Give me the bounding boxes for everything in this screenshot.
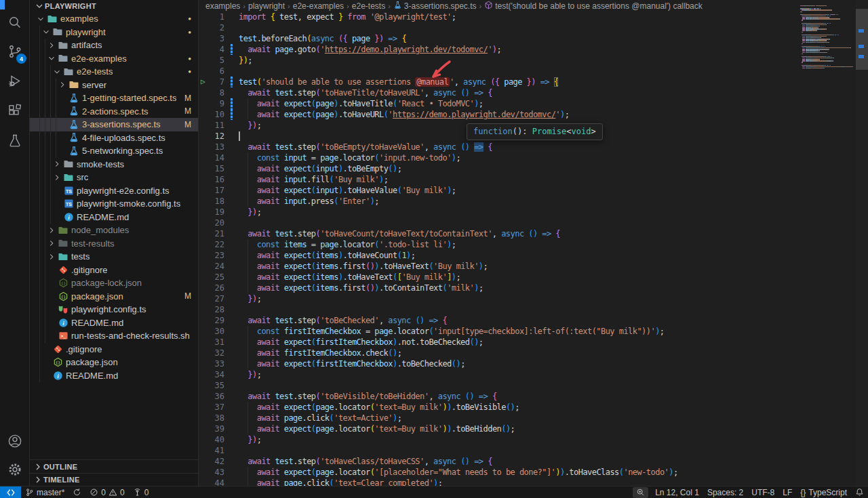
code-line[interactable]: 37 await expect(page.locator('text=Buy m… bbox=[199, 402, 868, 413]
code-line[interactable]: 25 await expect(items).toHaveText(['Buy … bbox=[199, 272, 868, 283]
breadcrumb-item[interactable]: examples bbox=[205, 1, 240, 11]
code-line[interactable]: 22 const items = page.locator('.todo-lis… bbox=[199, 239, 868, 250]
language-mode[interactable]: {}TypeScript bbox=[796, 486, 851, 498]
tree-item[interactable]: >_run-tests-and-check-results.sh bbox=[30, 329, 198, 343]
zoom-indicator[interactable] bbox=[633, 487, 648, 498]
tree-item[interactable]: examples● bbox=[30, 12, 198, 26]
code-line[interactable]: 32 await firstItemCheckbox.check(); bbox=[199, 348, 868, 358]
code-line[interactable]: 26 await expect(items.first()).toContain… bbox=[199, 283, 868, 293]
code-line[interactable]: 14 const input = page.locator('input.new… bbox=[199, 152, 868, 163]
scrollbar-thumb[interactable] bbox=[856, 9, 868, 70]
tree-item[interactable]: tests bbox=[30, 250, 198, 264]
tree-item[interactable]: 1-getting-started.spec.tsM bbox=[30, 91, 198, 105]
tree-item[interactable]: node_modules bbox=[30, 224, 198, 237]
code-line[interactable]: 44 await page.click('text=Clear complete… bbox=[199, 478, 868, 486]
search-icon[interactable] bbox=[0, 9, 30, 36]
breadcrumb-item[interactable]: e2e-tests bbox=[352, 1, 385, 11]
ports-status[interactable]: 0 bbox=[129, 486, 153, 498]
notifications-bell[interactable] bbox=[851, 486, 868, 498]
source-control-icon[interactable]: 4 bbox=[0, 38, 30, 65]
code-line[interactable]: 4 await page.goto('https://demo.playwrig… bbox=[199, 44, 868, 55]
run-and-debug-icon[interactable] bbox=[0, 68, 30, 95]
code-line[interactable]: 41 bbox=[199, 445, 868, 456]
code-line[interactable]: 18 await input.press('Enter'); bbox=[199, 196, 868, 207]
code-line[interactable]: 29 await test.step('toBeChecked', async … bbox=[199, 315, 868, 326]
breadcrumb-item[interactable]: 3-assertions.spec.ts bbox=[393, 1, 477, 12]
minimap[interactable] bbox=[800, 5, 854, 69]
code-line[interactable]: 1import { test, expect } from '@playwrig… bbox=[199, 12, 868, 22]
tree-item[interactable]: iREADME.md bbox=[30, 211, 198, 224]
breadcrumb-item[interactable]: test('should be able to use assertions @… bbox=[484, 1, 703, 12]
code-line[interactable]: 43 await expect(page.locator('[placehold… bbox=[199, 467, 868, 478]
vertical-scrollbar[interactable] bbox=[856, 0, 868, 486]
explorer-section-header[interactable]: PLAYWRIGHT bbox=[30, 0, 198, 12]
code-line[interactable]: 42 await test.step('toHaveClass/toHaveCS… bbox=[199, 456, 868, 467]
extensions-icon[interactable] bbox=[0, 98, 30, 125]
code-line[interactable]: 23 await expect(items).toHaveCount(1); bbox=[199, 250, 868, 261]
tree-item[interactable]: iREADME.md bbox=[30, 369, 198, 383]
tree-item[interactable]: .gitignore bbox=[30, 264, 198, 277]
eol-setting[interactable]: LF bbox=[778, 486, 796, 498]
sync-button[interactable] bbox=[68, 486, 85, 498]
code-line[interactable]: 35 bbox=[199, 380, 868, 391]
tree-item[interactable]: server bbox=[30, 79, 198, 92]
tree-item[interactable]: 2-actions.spec.tsM bbox=[30, 105, 198, 119]
code-line[interactable]: 5}); bbox=[199, 55, 868, 66]
git-branch-status[interactable]: master* bbox=[21, 486, 68, 498]
code-line[interactable]: 9 await expect(page).toHaveTitle('React … bbox=[199, 98, 868, 109]
tree-item[interactable]: {}package-lock.json bbox=[30, 276, 198, 290]
account-icon[interactable] bbox=[0, 428, 30, 455]
tree-item[interactable]: 4-file-uploads.spec.ts bbox=[30, 131, 198, 145]
code-line[interactable]: 36 await test.step('toBeVisible/toBeHidd… bbox=[199, 391, 868, 402]
code-line[interactable]: ▷7test('should be able to use assertions… bbox=[199, 77, 868, 87]
code-line[interactable]: 39 await expect(page.locator('text=Buy m… bbox=[199, 423, 868, 434]
code-line[interactable]: 30 const firstItemCheckbox = page.locato… bbox=[199, 326, 868, 337]
problems-status[interactable]: 0 0 bbox=[85, 486, 128, 498]
testing-beaker-icon[interactable] bbox=[0, 127, 30, 154]
code-line[interactable]: 8 await test.step('toHaveTitle/toHaveURL… bbox=[199, 87, 868, 98]
remote-indicator[interactable] bbox=[0, 486, 21, 498]
code-line[interactable]: 33 await expect(firstItemCheckbox).toBeC… bbox=[199, 358, 868, 369]
tree-item[interactable]: e2e-examples● bbox=[30, 52, 198, 66]
settings-gear-icon[interactable] bbox=[0, 456, 30, 483]
code-line[interactable]: 10 await expect(page).toHaveURL('https:/… bbox=[199, 109, 868, 120]
code-line[interactable]: 6 bbox=[199, 66, 868, 77]
code-line[interactable]: 38 await page.click('text=Active'); bbox=[199, 413, 868, 423]
tree-item[interactable]: artifacts bbox=[30, 39, 198, 52]
indentation-setting[interactable]: Spaces: 2 bbox=[703, 486, 747, 498]
tree-item[interactable]: {}package.jsonM bbox=[30, 290, 198, 304]
tree-item[interactable]: test-results bbox=[30, 237, 198, 251]
tree-item[interactable]: .gitignore bbox=[30, 343, 198, 356]
code-line[interactable]: 2 bbox=[199, 22, 868, 33]
breadcrumb-item[interactable]: playwright bbox=[248, 1, 285, 11]
code-line[interactable]: 20 bbox=[199, 217, 868, 228]
code-line[interactable]: 13 await test.step('toBeEmpty/toHaveValu… bbox=[199, 142, 868, 152]
breadcrumb-item[interactable]: e2e-examples bbox=[293, 1, 344, 11]
code-line[interactable]: 3test.beforeEach(async ({ page }) => { bbox=[199, 33, 868, 44]
code-line[interactable]: 34 }); bbox=[199, 369, 868, 380]
tree-item[interactable]: 3-assertions.spec.tsM bbox=[30, 118, 198, 131]
tree-item[interactable]: 5-networking.spec.ts bbox=[30, 144, 198, 158]
code-line[interactable]: 16 await input.fill('Buy milk'); bbox=[199, 174, 868, 185]
code-line[interactable]: 15 await expect(input).toBeEmpty(); bbox=[199, 163, 868, 174]
code-line[interactable]: 28 bbox=[199, 304, 868, 315]
tree-item[interactable]: iREADME.md bbox=[30, 316, 198, 330]
encoding-setting[interactable]: UTF-8 bbox=[747, 486, 778, 498]
code-line[interactable]: 21 await test.step('toHaveCount/toHaveTe… bbox=[199, 228, 868, 239]
outline-section[interactable]: OUTLINE bbox=[30, 459, 198, 473]
code-line[interactable]: 31 await expect(firstItemCheckbox).not.t… bbox=[199, 337, 868, 348]
code-line[interactable]: 17 await expect(input).toHaveValue('Buy … bbox=[199, 185, 868, 196]
tree-item[interactable]: TSplaywright-smoke.config.ts bbox=[30, 197, 198, 211]
code-line[interactable]: 27 }); bbox=[199, 293, 868, 304]
tree-item[interactable]: playwright.config.ts bbox=[30, 303, 198, 316]
tree-item[interactable]: {}package.json bbox=[30, 356, 198, 369]
tree-item[interactable]: smoke-tests bbox=[30, 158, 198, 171]
code-line[interactable]: 19 }); bbox=[199, 207, 868, 217]
tree-item[interactable]: src bbox=[30, 171, 198, 184]
tree-item[interactable]: playwright● bbox=[30, 26, 198, 39]
timeline-section[interactable]: TIMELINE bbox=[30, 473, 198, 486]
cursor-position[interactable]: Ln 12, Col 1 bbox=[651, 486, 703, 498]
tree-item[interactable]: e2e-tests● bbox=[30, 65, 198, 79]
tree-item[interactable]: TSplaywright-e2e.config.ts bbox=[30, 184, 198, 198]
code-area[interactable]: 1import { test, expect } from '@playwrig… bbox=[199, 12, 868, 486]
